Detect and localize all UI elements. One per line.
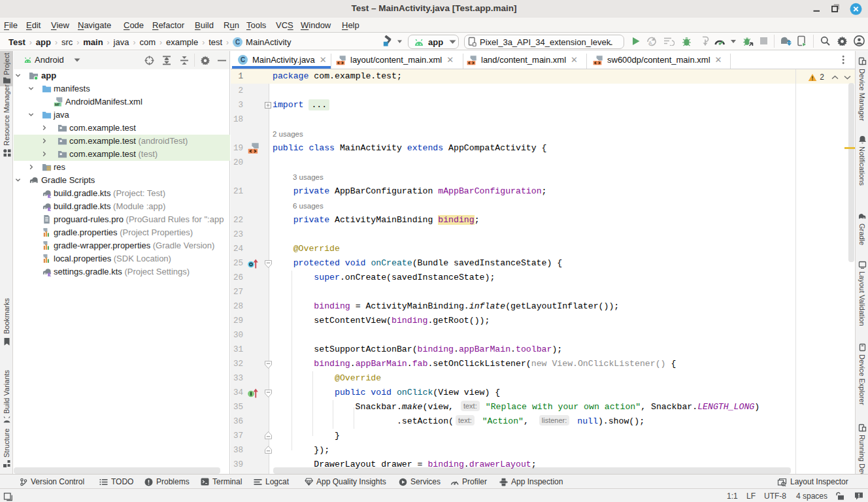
svg-text:A: A: [648, 40, 652, 46]
